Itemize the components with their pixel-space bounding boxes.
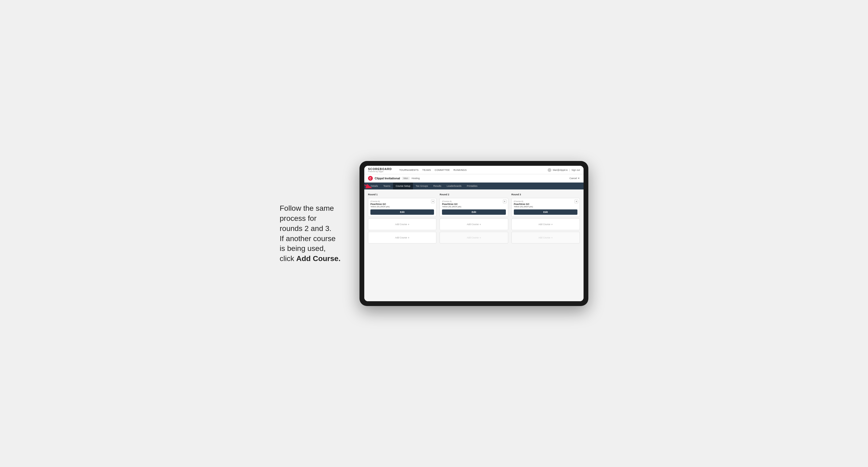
logo-sub: Powered by clippd [368,170,392,173]
round-2-course-detail: Yellow (M) (6629 yds) [442,206,505,208]
tab-course-setup[interactable]: Course Setup [393,183,413,189]
round-2-add-course-text-2: Add Course + [467,236,481,239]
user-email: blair@clippd.io [553,169,568,172]
nav-rankings[interactable]: RANKINGS [454,169,466,172]
round-2-delete-button[interactable]: ✕ [503,199,507,203]
round-3-course-card: ✕ (Course A) Peachtree GC Yellow (M) (66… [512,198,580,217]
round-3-course-detail: Yellow (M) (6629 yds) [514,206,578,208]
logo-title: SCOREBOARD [368,167,392,170]
round-1-column: Round 1 ✕ (Course A) Peachtree GC Yellow… [368,193,436,244]
round-1-add-course-1[interactable]: Add Course + [368,218,436,230]
round-2-edit-button[interactable]: Edit [442,210,505,215]
tournament-status: Hosting [412,177,420,180]
round-3-column: Round 3 ✕ (Course A) Peachtree GC Yellow… [512,193,580,244]
round-2-course-name: Peachtree GC [442,203,505,206]
plus-icon-2: + [408,236,409,239]
tab-tee-groups[interactable]: Tee Groups [413,183,431,189]
tournament-tag: Men [402,177,410,180]
tab-leaderboards[interactable]: Leaderboards [444,183,464,189]
round-1-course-tag: (Course A) [370,200,434,203]
round-1-edit-button[interactable]: Edit [370,210,434,215]
nav-user-area: blair@clippd.io | Sign out [548,168,580,172]
instruction-block: Follow the same process for rounds 2 and… [280,203,349,264]
content-area: Round 1 ✕ (Course A) Peachtree GC Yellow… [364,189,584,301]
round-3-course-name: Peachtree GC [514,203,578,206]
plus-icon-1: + [408,223,409,226]
nav-tournaments[interactable]: TOURNAMENTS [399,169,418,172]
round-2-add-course-text-1: Add Course + [467,223,481,226]
rounds-grid: Round 1 ✕ (Course A) Peachtree GC Yellow… [368,193,580,244]
tab-bar: Details Teams Course Setup Tee Groups Re… [364,183,584,189]
round-2-add-course-1[interactable]: Add Course + [440,218,508,230]
user-avatar [548,168,551,172]
nav-links: TOURNAMENTS TEAMS COMMITTEE RANKINGS [399,169,542,172]
round-3-add-course-1[interactable]: Add Course + [512,218,580,230]
logo: SCOREBOARD Powered by clippd [368,167,392,173]
round-2-course-card: ✕ (Course A) Peachtree GC Yellow (M) (66… [440,198,508,217]
brand-logo: C [368,176,373,181]
sign-out-link[interactable]: Sign out [571,169,580,172]
round-3-course-tag: (Course A) [514,200,578,203]
round-2-course-tag: (Course A) [442,200,505,203]
tab-teams[interactable]: Teams [381,183,393,189]
round-3-label: Round 3 [512,193,580,196]
instruction-bold: Add Course. [296,254,340,262]
tab-results[interactable]: Results [431,183,444,189]
round-2-column: Round 2 ✕ (Course A) Peachtree GC Yellow… [440,193,508,244]
tab-printables[interactable]: Printables [464,183,480,189]
nav-committee[interactable]: COMMITTEE [435,169,450,172]
round-3-add-course-text-2: Add Course + [538,236,553,239]
close-icon: ✕ [578,177,580,180]
nav-teams[interactable]: TEAMS [422,169,431,172]
tournament-name: Clippd Invitational [375,177,400,180]
sub-header: C Clippd Invitational Men Hosting Cancel… [364,174,584,183]
round-1-label: Round 1 [368,193,436,196]
plus-icon-3: + [479,223,481,226]
round-1-add-course-text-2: Add Course + [395,236,409,239]
round-1-add-course-2[interactable]: Add Course + [368,232,436,244]
round-1-course-detail: Yellow (M) (6629 yds) [370,206,434,208]
round-1-delete-button[interactable]: ✕ [431,199,435,203]
plus-icon-4: + [479,236,481,239]
tablet-device: SCOREBOARD Powered by clippd TOURNAMENTS… [360,161,588,306]
round-1-add-course-text-1: Add Course + [395,223,409,226]
sub-header-left: C Clippd Invitational Men Hosting [368,176,420,181]
round-3-edit-button[interactable]: Edit [514,210,578,215]
round-2-add-course-2: Add Course + [440,232,508,244]
tab-details[interactable]: Details [368,183,381,189]
cancel-button[interactable]: Cancel ✕ [569,177,580,180]
round-3-add-course-text-1: Add Course + [538,223,553,226]
round-1-course-card: ✕ (Course A) Peachtree GC Yellow (M) (66… [368,198,436,217]
round-1-course-name: Peachtree GC [370,203,434,206]
round-3-add-course-2: Add Course + [512,232,580,244]
tablet-screen: SCOREBOARD Powered by clippd TOURNAMENTS… [364,166,584,301]
plus-icon-5: + [551,223,553,226]
plus-icon-6: + [551,236,553,239]
top-nav: SCOREBOARD Powered by clippd TOURNAMENTS… [364,166,584,174]
round-2-label: Round 2 [440,193,508,196]
nav-divider: | [569,169,570,172]
round-3-delete-button[interactable]: ✕ [575,199,578,203]
